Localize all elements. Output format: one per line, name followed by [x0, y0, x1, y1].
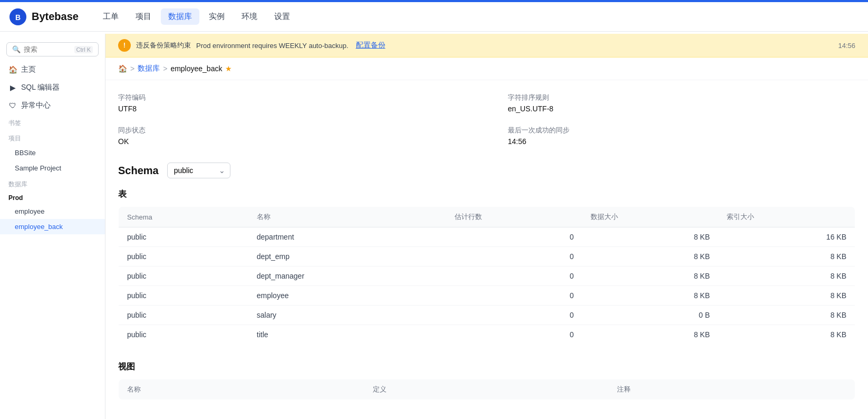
nav-issues[interactable]: 工单 [95, 8, 126, 25]
sync-status-info: 同步状态 OK [118, 126, 466, 146]
nav-instances[interactable]: 实例 [201, 8, 232, 25]
cell-name: employee [248, 286, 446, 306]
cell-rows: 0 [446, 247, 582, 266]
sidebar-item-anomaly-label: 异常中心 [21, 101, 51, 110]
cell-schema: public [119, 286, 248, 306]
main-content: ! 违反备份策略约束 Prod environment requires WEE… [105, 34, 868, 419]
table-row[interactable]: public title 0 8 KB 8 KB [119, 325, 855, 345]
views-col-def: 定义 [364, 379, 609, 400]
nav-settings[interactable]: 设置 [267, 8, 297, 25]
cell-schema: public [119, 247, 248, 266]
cell-name: dept_emp [248, 247, 446, 266]
cell-rows: 0 [446, 325, 582, 345]
table-row[interactable]: public department 0 8 KB 16 KB [119, 227, 855, 247]
sync-status-value: OK [118, 137, 466, 146]
cell-name: salary [248, 306, 446, 325]
banner-env-text: Prod environment requires WEEKLY auto-ba… [196, 42, 349, 50]
cell-rows: 0 [446, 286, 582, 306]
cell-name: title [248, 325, 446, 345]
employee-back-label: employee_back [15, 223, 63, 231]
top-navbar: B Bytebase 工单 项目 数据库 实例 环境 设置 [0, 2, 868, 32]
cell-rows: 0 [446, 266, 582, 286]
breadcrumb-sep2: > [163, 64, 167, 73]
cell-index-size: 8 KB [718, 286, 855, 306]
last-sync-label: 最后一次成功的同步 [508, 126, 855, 135]
views-table: 名称 定义 注释 [118, 379, 855, 400]
collation-label: 字符排序规则 [508, 93, 855, 102]
cell-index-size: 8 KB [718, 266, 855, 286]
main-nav: 工单 项目 数据库 实例 环境 设置 [95, 8, 297, 25]
nav-projects[interactable]: 项目 [128, 8, 159, 25]
banner-warning-text: 违反备份策略约束 [136, 41, 191, 50]
cell-data-size: 8 KB [582, 325, 718, 345]
cell-schema: public [119, 227, 248, 247]
main-layout: 🔍 Ctrl K 🏠 主页 ▶ SQL 编辑器 🛡 异常中心 书签 项目 BBS… [0, 34, 868, 419]
sidebar-project-sample[interactable]: Sample Project [0, 160, 105, 176]
sample-project-label: Sample Project [15, 164, 61, 172]
sql-editor-icon: ▶ [8, 83, 17, 92]
charset-value: UTF8 [118, 104, 466, 113]
home-breadcrumb-icon[interactable]: 🏠 [118, 64, 127, 73]
schema-select[interactable]: public [167, 163, 230, 178]
breadcrumb-current: employee_back [170, 64, 222, 73]
search-input[interactable] [24, 45, 71, 53]
collation-value: en_US.UTF-8 [508, 104, 855, 113]
tables-title: 表 [118, 189, 855, 200]
nav-environments[interactable]: 环境 [234, 8, 265, 25]
search-box[interactable]: 🔍 Ctrl K [6, 42, 99, 56]
app-name: Bytebase [32, 11, 79, 23]
employee-label: employee [15, 207, 44, 215]
search-shortcut: Ctrl K [74, 46, 93, 53]
nav-databases[interactable]: 数据库 [161, 8, 199, 25]
tables-table: Schema 名称 估计行数 数据大小 索引大小 public departme… [118, 206, 855, 345]
views-col-comment: 注释 [609, 379, 855, 400]
cell-rows: 0 [446, 227, 582, 247]
table-row[interactable]: public dept_manager 0 8 KB 8 KB [119, 266, 855, 286]
table-row[interactable]: public dept_emp 0 8 KB 8 KB [119, 247, 855, 266]
search-icon: 🔍 [12, 45, 21, 53]
warning-icon: ! [118, 39, 131, 52]
last-sync-info: 最后一次成功的同步 14:56 [508, 126, 855, 146]
breadcrumb-sep1: > [130, 64, 134, 73]
banner-time: 14:56 [838, 42, 855, 50]
cell-data-size: 8 KB [582, 266, 718, 286]
col-schema-header: Schema [119, 207, 248, 227]
sidebar-db-employee-back[interactable]: employee_back [0, 219, 105, 234]
col-index-size-header: 索引大小 [718, 207, 855, 227]
sync-status-label: 同步状态 [118, 126, 466, 135]
schema-label: Schema [118, 165, 159, 177]
info-grid: 字符编码 UTF8 字符排序规则 en_US.UTF-8 同步状态 OK 最后一… [118, 93, 855, 146]
backup-banner: ! 违反备份策略约束 Prod environment requires WEE… [105, 34, 868, 58]
cell-schema: public [119, 306, 248, 325]
charset-info: 字符编码 UTF8 [118, 93, 466, 113]
databases-label: 数据库 [0, 176, 105, 191]
col-rows-header: 估计行数 [446, 207, 582, 227]
favorite-star-icon[interactable]: ★ [225, 64, 232, 73]
accent-bar [0, 0, 868, 2]
sidebar-item-home[interactable]: 🏠 主页 [0, 61, 105, 79]
col-name-header: 名称 [248, 207, 446, 227]
bbsite-label: BBSite [15, 149, 36, 157]
cell-data-size: 0 B [582, 306, 718, 325]
sidebar-db-employee[interactable]: employee [0, 204, 105, 219]
bookmarks-label: 书签 [0, 115, 105, 130]
sidebar-project-bbsite[interactable]: BBSite [0, 145, 105, 160]
logo-area: B Bytebase [8, 7, 79, 26]
breadcrumb: 🏠 > 数据库 > employee_back ★ [105, 58, 868, 80]
cell-schema: public [119, 266, 248, 286]
collation-info: 字符排序规则 en_US.UTF-8 [508, 93, 855, 113]
col-data-size-header: 数据大小 [582, 207, 718, 227]
banner-config-link[interactable]: 配置备份 [356, 41, 385, 50]
table-row[interactable]: public salary 0 0 B 8 KB [119, 306, 855, 325]
db-env: Prod [0, 191, 105, 204]
cell-index-size: 8 KB [718, 325, 855, 345]
svg-text:B: B [15, 13, 21, 22]
sidebar-item-sql-editor[interactable]: ▶ SQL 编辑器 [0, 79, 105, 97]
table-row[interactable]: public employee 0 8 KB 8 KB [119, 286, 855, 306]
sidebar-item-anomaly[interactable]: 🛡 异常中心 [0, 97, 105, 115]
last-sync-value: 14:56 [508, 137, 855, 146]
breadcrumb-db-link[interactable]: 数据库 [138, 64, 160, 73]
cell-rows: 0 [446, 306, 582, 325]
cell-data-size: 8 KB [582, 286, 718, 306]
cell-index-size: 8 KB [718, 247, 855, 266]
